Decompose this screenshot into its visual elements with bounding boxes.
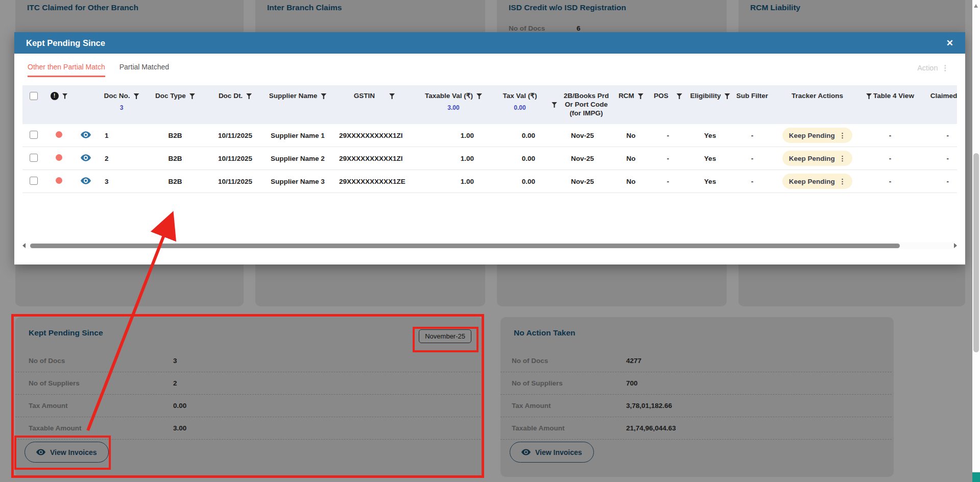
col-tax-val: Tax Val (₹) xyxy=(503,92,537,101)
tab-other-then-partial-match[interactable]: Other then Partial Match xyxy=(28,63,105,77)
keep-pending-button[interactable]: Keep Pending⋮ xyxy=(782,128,853,143)
filter-icon[interactable] xyxy=(866,93,872,99)
status-dot-icon xyxy=(56,154,62,161)
kept-pending-modal: Kept Pending Since ✕ Other then Partial … xyxy=(14,32,965,264)
filter-icon[interactable] xyxy=(134,93,139,99)
keep-pending-label: Keep Pending xyxy=(789,155,835,162)
status-dot-icon xyxy=(56,177,62,184)
scrollbar-thumb[interactable] xyxy=(30,244,900,248)
table-row: 2 B2B 10/11/2025 Supplier Name 2 29XXXXX… xyxy=(22,147,957,170)
col-sub-filter: Sub Filter xyxy=(736,92,768,101)
keep-pending-label: Keep Pending xyxy=(789,132,835,139)
filter-icon[interactable] xyxy=(552,102,557,108)
status-dot-icon xyxy=(56,131,62,138)
table4-view: - xyxy=(862,132,918,139)
doc-dt: 10/11/2025 xyxy=(206,132,265,139)
books-prd: Nov-25 xyxy=(551,132,614,139)
filter-icon[interactable] xyxy=(677,93,682,99)
claimed: - xyxy=(918,155,957,162)
col-doc-no: Doc No. xyxy=(104,92,130,101)
doc-no: 3 xyxy=(99,178,145,185)
keep-pending-button[interactable]: Keep Pending⋮ xyxy=(782,151,853,166)
supplier-name: Supplier Name 3 xyxy=(265,178,331,185)
col-pos: POS xyxy=(654,92,668,101)
col-tracker-actions: Tracker Actions xyxy=(792,92,843,101)
action-button[interactable]: Action ⋮ xyxy=(917,64,949,72)
pos: - xyxy=(648,155,688,162)
taxable-val: 1.00 xyxy=(418,178,489,185)
taxable-val: 1.00 xyxy=(418,132,489,139)
tax-val: 0.00 xyxy=(489,155,551,162)
row-checkbox[interactable] xyxy=(30,131,38,139)
claimed: - xyxy=(918,132,957,139)
supplier-name: Supplier Name 1 xyxy=(265,132,331,139)
scrollbar-track[interactable] xyxy=(27,243,952,249)
pos: - xyxy=(648,178,688,185)
close-icon[interactable]: ✕ xyxy=(946,39,953,47)
rcm: No xyxy=(614,132,648,139)
filter-icon[interactable] xyxy=(389,93,395,99)
row-checkbox[interactable] xyxy=(30,154,38,162)
modal-header: Kept Pending Since ✕ xyxy=(14,32,965,54)
view-invoice-icon[interactable] xyxy=(81,177,91,184)
sub-filter: - xyxy=(732,178,773,185)
view-invoice-icon[interactable] xyxy=(81,131,91,138)
kebab-icon: ⋮ xyxy=(942,64,949,72)
tax-subtotal: 0.00 xyxy=(490,104,549,111)
invoice-table: ! Doc No. 3 Doc Type Doc Dt. Supplier Na… xyxy=(22,85,957,193)
table-header-row: ! Doc No. 3 Doc Type Doc Dt. Supplier Na… xyxy=(22,85,957,124)
tab-partial-matched[interactable]: Partial Matched xyxy=(119,63,169,77)
kebab-icon[interactable]: ⋮ xyxy=(839,131,846,139)
gstin: 29XXXXXXXXXX1ZE xyxy=(331,178,418,185)
tax-val: 0.00 xyxy=(489,132,551,139)
select-all-checkbox[interactable] xyxy=(30,92,38,100)
filter-icon[interactable] xyxy=(476,93,482,99)
tax-val: 0.00 xyxy=(489,178,551,185)
col-doc-dt: Doc Dt. xyxy=(219,92,243,101)
rcm: No xyxy=(614,155,648,162)
page-scrollbar-thumb[interactable] xyxy=(973,153,979,352)
rcm: No xyxy=(614,178,648,185)
tab-bar: Other then Partial Match Partial Matched xyxy=(28,63,957,77)
scroll-left-arrow-icon[interactable] xyxy=(22,243,26,248)
col-2b-books-prd: 2B/Books Prd Or Port Code (for IMPG) xyxy=(559,92,613,118)
sub-filter: - xyxy=(732,155,773,162)
col-supplier-name: Supplier Name xyxy=(269,92,318,101)
filter-icon[interactable] xyxy=(725,93,730,99)
scroll-right-arrow-icon[interactable] xyxy=(954,243,957,248)
eligibility: Yes xyxy=(688,155,732,162)
books-prd: Nov-25 xyxy=(551,155,614,162)
claimed: - xyxy=(918,178,957,185)
scroll-up-arrow-icon[interactable] xyxy=(974,4,978,8)
eligibility: Yes xyxy=(688,178,732,185)
doc-dt: 10/11/2025 xyxy=(206,178,265,185)
taxable-val: 1.00 xyxy=(418,155,489,162)
table4-view: - xyxy=(862,178,918,185)
alert-icon: ! xyxy=(51,92,59,100)
filter-icon[interactable] xyxy=(62,93,68,99)
gstin: 29XXXXXXXXXX1ZI xyxy=(331,132,418,139)
filter-icon[interactable] xyxy=(321,93,326,99)
supplier-name: Supplier Name 2 xyxy=(265,155,331,162)
row-checkbox[interactable] xyxy=(30,177,38,185)
view-invoice-icon[interactable] xyxy=(81,154,91,161)
doc-type: B2B xyxy=(145,132,206,139)
col-claimed: Claimed xyxy=(930,92,957,101)
doc-type: B2B xyxy=(145,155,206,162)
modal-body: Other then Partial Match Partial Matched… xyxy=(14,54,965,264)
keep-pending-button[interactable]: Keep Pending⋮ xyxy=(782,174,853,189)
horizontal-scrollbar[interactable] xyxy=(22,242,957,249)
col-gstin: GSTIN xyxy=(354,92,375,101)
filter-icon[interactable] xyxy=(189,93,195,99)
filter-icon[interactable] xyxy=(638,93,643,99)
keep-pending-label: Keep Pending xyxy=(789,178,835,185)
kebab-icon[interactable]: ⋮ xyxy=(839,154,846,162)
col-rcm: RCM xyxy=(618,92,634,101)
filter-icon[interactable] xyxy=(246,93,252,99)
doc-no: 2 xyxy=(99,155,145,162)
table4-view: - xyxy=(862,155,918,162)
action-label: Action xyxy=(917,64,938,72)
doc-type: B2B xyxy=(145,178,206,185)
kebab-icon[interactable]: ⋮ xyxy=(839,177,846,185)
page-scrollbar[interactable] xyxy=(972,0,980,482)
